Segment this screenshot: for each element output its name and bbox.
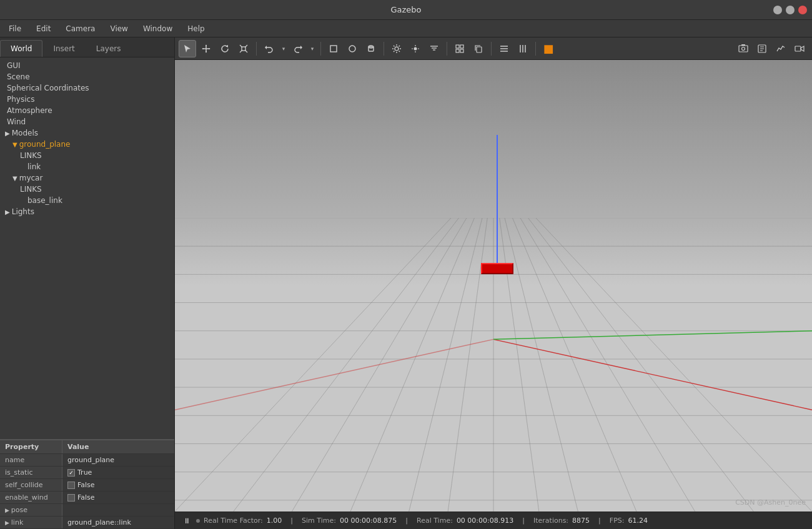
prop-pose-row[interactable]: pose	[0, 504, 174, 517]
menu-help[interactable]: Help	[181, 23, 210, 34]
svg-line-75	[493, 218, 636, 512]
svg-line-74	[493, 218, 578, 512]
toolbar-sep-4	[447, 42, 447, 56]
svg-line-79	[493, 339, 812, 410]
svg-line-81	[493, 331, 812, 340]
toolbar-sep-6	[535, 42, 536, 56]
align-row-button[interactable]	[495, 40, 513, 57]
box-button[interactable]	[325, 40, 342, 57]
properties-panel: Property Value name ground_plane is_stat…	[0, 439, 174, 529]
undo-dropdown[interactable]: ▾	[279, 40, 288, 57]
tree-gp-links[interactable]: LINKS	[0, 150, 174, 161]
main-layout: World Insert Layers GUI Scene Spherical …	[0, 37, 812, 529]
dirlight-button[interactable]	[425, 40, 443, 57]
tree-scene[interactable]: Scene	[0, 71, 174, 82]
watermark: CSDN @Ashen_0nee	[735, 498, 806, 507]
fps-value: 61.24	[628, 517, 648, 525]
select-button[interactable]	[179, 40, 196, 57]
fps-label: FPS:	[610, 517, 625, 525]
prop-pose-key: pose	[0, 504, 62, 516]
sim-value: 00 00:00:08.875	[340, 517, 397, 525]
svg-rect-36	[460, 45, 463, 48]
tree-spherical[interactable]: Spherical Coordinates	[0, 82, 174, 94]
tree-mycar-base-link[interactable]: base_link	[0, 195, 174, 206]
tree-models[interactable]: ▶ Models	[0, 127, 174, 139]
menu-edit[interactable]: Edit	[30, 23, 57, 34]
svg-line-8	[240, 45, 242, 47]
tree-wind[interactable]: Wind	[0, 116, 174, 127]
maximize-button[interactable]	[786, 6, 795, 14]
log-button[interactable]	[753, 40, 771, 57]
svg-rect-48	[741, 44, 745, 46]
tab-bar: World Insert Layers	[0, 37, 174, 57]
menu-file[interactable]: File	[2, 23, 27, 34]
tree-gui[interactable]: GUI	[0, 60, 174, 71]
menu-window[interactable]: Window	[137, 23, 179, 34]
plot-button[interactable]	[772, 40, 790, 57]
svg-line-25	[399, 46, 400, 47]
tab-layers[interactable]: Layers	[86, 40, 132, 57]
redo-dropdown[interactable]: ▾	[308, 40, 317, 57]
undo-button[interactable]	[260, 40, 278, 57]
tree-arrow-gp: ▼	[12, 141, 17, 148]
copy-button[interactable]	[470, 40, 487, 57]
prop-isstatic-val[interactable]: ✓ True	[62, 467, 174, 478]
sphere-button[interactable]	[344, 40, 361, 57]
scale-button[interactable]	[235, 40, 252, 57]
pause-button[interactable]: ⏸	[181, 515, 192, 527]
prop-enablewind-key: enable_wind	[0, 492, 62, 503]
rotate-button[interactable]	[216, 40, 234, 57]
video-button[interactable]	[791, 40, 808, 57]
svg-line-24	[399, 51, 400, 52]
tree-ground-plane[interactable]: ▼ ground_plane	[0, 139, 174, 150]
menu-view[interactable]: View	[104, 23, 134, 34]
svg-point-15	[349, 46, 355, 52]
tree-gp-link[interactable]: link	[0, 161, 174, 172]
sun-button[interactable]	[388, 40, 405, 57]
pointlight-button[interactable]	[407, 40, 424, 57]
minimize-button[interactable]	[773, 6, 782, 14]
toolbar-right	[735, 40, 808, 57]
close-button[interactable]	[798, 6, 807, 14]
svg-rect-35	[456, 45, 459, 48]
isstatic-checkbox[interactable]: ✓	[67, 469, 75, 477]
svg-line-77	[493, 218, 753, 512]
translate-button[interactable]	[197, 40, 215, 57]
tree-lights[interactable]: ▶ Lights	[0, 206, 174, 217]
redo-button[interactable]	[289, 40, 307, 57]
tree-physics[interactable]: Physics	[0, 94, 174, 105]
tab-world[interactable]: World	[0, 40, 42, 57]
cylinder-button[interactable]	[362, 40, 380, 57]
snap-button[interactable]	[451, 40, 468, 57]
statusbar: ⏸ Real Time Factor: 1.00 | Sim Time: 00 …	[175, 512, 812, 529]
props-col-property: Property	[0, 440, 62, 453]
rtf-label: Real Time Factor:	[204, 517, 263, 525]
tree-mycar-links[interactable]: LINKS	[0, 184, 174, 195]
tab-insert[interactable]: Insert	[42, 40, 85, 57]
orange-cube-button[interactable]: ■	[540, 40, 557, 57]
z-axis-line	[497, 135, 498, 272]
svg-line-23	[394, 46, 395, 47]
svg-line-11	[245, 50, 247, 52]
prop-enablewind-val[interactable]: False	[62, 492, 174, 503]
tree-mycar[interactable]: ▼ mycar	[0, 172, 174, 184]
prop-name-val[interactable]: ground_plane	[62, 454, 174, 466]
svg-line-80	[175, 339, 493, 410]
selfcollide-checkbox[interactable]	[67, 482, 75, 489]
align-col-button[interactable]	[514, 40, 532, 57]
red-box-model[interactable]	[481, 263, 513, 274]
prop-name-key: name	[0, 454, 62, 466]
enablewind-checkbox[interactable]	[67, 494, 75, 502]
viewport[interactable]: .grid-line { stroke: #777; stroke-width:…	[175, 60, 812, 512]
menubar: File Edit Camera View Window Help	[0, 20, 812, 37]
prop-pose-val	[62, 504, 174, 516]
toolbar-sep-3	[384, 42, 384, 56]
tree-atmosphere[interactable]: Atmosphere	[0, 105, 174, 116]
selfcollide-label: False	[77, 481, 95, 489]
svg-point-27	[414, 47, 417, 50]
prop-link-row[interactable]: link ground_plane::link	[0, 517, 174, 529]
prop-selfcollide-row: self_collide False	[0, 479, 174, 492]
screenshot-button[interactable]	[735, 40, 752, 57]
prop-selfcollide-val[interactable]: False	[62, 479, 174, 491]
menu-camera[interactable]: Camera	[59, 23, 101, 34]
